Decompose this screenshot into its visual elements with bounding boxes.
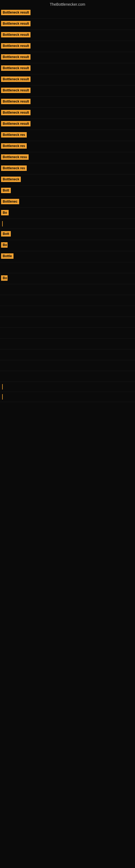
bottleneck-badge: Bottleneck result [1, 99, 31, 104]
list-item: Bo [0, 240, 135, 251]
bottleneck-badge: Bottleneck result [1, 32, 31, 37]
bottleneck-badge: Bott [1, 231, 11, 237]
list-item: Bottleneck res [0, 163, 135, 175]
list-item [0, 317, 135, 328]
bottleneck-badge: Bottleneck res [1, 143, 27, 149]
bottleneck-badge: Bottle [1, 253, 13, 259]
list-item: Bottleneck result [0, 41, 135, 52]
list-item: Bottleneck res [0, 130, 135, 141]
bottleneck-badge: Bottleneck [1, 177, 21, 182]
list-item [0, 328, 135, 339]
list-item: Bottleneck result [0, 86, 135, 97]
bottleneck-badge: Bottleneck result [1, 43, 31, 49]
list-item: Bott [0, 186, 135, 197]
list-item [0, 219, 135, 229]
list-item: Bott [0, 229, 135, 240]
bottleneck-badge: Bottleneck res [1, 165, 27, 171]
list-item [0, 349, 135, 360]
bottleneck-badge: Bottleneck result [1, 21, 31, 26]
bottleneck-badge: Bott [1, 188, 11, 193]
list-item [0, 306, 135, 317]
bottleneck-badge: Bottleneck result [1, 54, 31, 60]
list-item [0, 295, 135, 306]
list-item: Bottleneck result [0, 19, 135, 30]
list-item: Bottleneck result [0, 8, 135, 19]
bottleneck-badge: Bottleneck result [1, 65, 31, 71]
bottleneck-badge: Bottleneck result [1, 10, 31, 15]
list-item [0, 339, 135, 349]
bottleneck-badge: Bottleneck res [1, 132, 27, 137]
list-item [0, 382, 135, 392]
list-item [0, 392, 135, 402]
list-item: Bottleneck result [0, 63, 135, 74]
bottleneck-badge: Bottlenec [1, 199, 19, 204]
list-item: Bottleneck result [0, 119, 135, 130]
site-title: TheBottlenecker.com [0, 0, 135, 8]
list-item: Bottleneck result [0, 97, 135, 108]
bottleneck-badge: Bottleneck result [1, 88, 31, 93]
list-item: Bottleneck resu [0, 152, 135, 163]
list-item [0, 360, 135, 371]
list-item: Bottleneck res [0, 141, 135, 152]
vertical-line-indicator [2, 221, 3, 226]
list-item: Bottle [0, 251, 135, 262]
list-item [0, 262, 135, 273]
list-item: Bottleneck result [0, 108, 135, 119]
site-header: TheBottlenecker.com [0, 0, 135, 8]
bottleneck-badge: Bo [1, 210, 9, 215]
bottleneck-badge: Bottleneck resu [1, 154, 29, 160]
list-item [0, 371, 135, 382]
list-item [0, 284, 135, 295]
list-item: Bottleneck result [0, 74, 135, 86]
vertical-line-indicator [2, 384, 3, 390]
list-item: Bo [0, 208, 135, 219]
bottleneck-badge: Bo [1, 275, 8, 281]
bottleneck-badge: Bottleneck result [1, 121, 31, 126]
vertical-line-indicator [2, 394, 3, 400]
list-item: Bo [0, 273, 135, 284]
list-item: Bottleneck [0, 175, 135, 186]
bottleneck-badge: Bottleneck result [1, 110, 31, 115]
bottleneck-badge: Bottleneck result [1, 76, 31, 82]
list-item: Bottlenec [0, 197, 135, 208]
list-item: Bottleneck result [0, 30, 135, 41]
list-item: Bottleneck result [0, 52, 135, 63]
bottleneck-badge: Bo [1, 242, 8, 248]
